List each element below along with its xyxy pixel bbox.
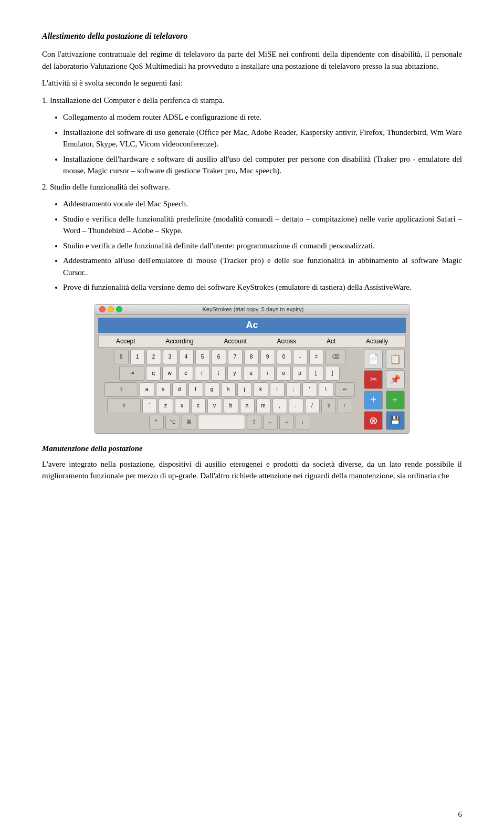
key-right-arrow: →: [279, 415, 294, 429]
keyboard-main: § 1 2 3 4 5 6 7 8 9 0 - =: [98, 350, 406, 430]
key-d: d: [172, 382, 187, 397]
key-9: 9: [260, 350, 275, 364]
word-suggestion-2: Account: [222, 337, 248, 345]
key-f: f: [188, 382, 203, 397]
maintenance-title: Manutenzione della postazione: [42, 444, 462, 453]
key-space: [198, 415, 245, 429]
key-0: 0: [277, 350, 291, 364]
maximize-button-icon: [116, 306, 122, 312]
key-slash: /: [305, 398, 320, 413]
key-i: i: [260, 366, 275, 381]
key-bracket-open: [: [309, 366, 323, 381]
key-shift-up-icon: ⇧: [321, 398, 336, 413]
key-down-arrow: ↓: [296, 415, 310, 429]
list-item-1: 1. Installazione del Computer e della pe…: [42, 94, 462, 177]
keyboard-area: Ac Accept According Account Across Act A…: [95, 314, 409, 433]
key-a: a: [140, 382, 154, 397]
key-u: u: [244, 366, 258, 381]
word-suggestion-3: Across: [275, 337, 299, 345]
key-backtick: `: [142, 398, 157, 413]
key-2: 2: [146, 350, 161, 364]
bullet-item: Addestramento vocale del Mac Speech.: [63, 198, 462, 210]
intro-paragraph: Con l'attivazione contrattuale del regim…: [42, 48, 462, 72]
icon-save: 💾: [386, 411, 405, 430]
key-s: s: [156, 382, 171, 397]
key-capslock: ⇪: [104, 382, 138, 397]
key-c: c: [191, 398, 206, 413]
item-1-text: Installazione del Computer e della perif…: [50, 96, 224, 104]
right-icon-panel: 📄 📋 ✂ 📌 + + ⊗ 💾: [364, 350, 406, 430]
key-x: x: [175, 398, 190, 413]
item-2-text: Studio delle funzionalità dei software.: [50, 183, 170, 191]
bullet-item: Addestramento all'uso dell'emulatore di …: [63, 255, 462, 278]
key-equals: =: [309, 350, 324, 364]
item-2-label: 2. Studio delle funzionalità dei softwar…: [42, 181, 462, 193]
maintenance-text: L'avere integrato nella postazione, disp…: [42, 458, 462, 482]
minimize-button-icon: [108, 306, 114, 312]
key-alt: ⌥: [165, 415, 180, 429]
key-fn: ^: [149, 415, 164, 429]
prediction-char: Ac: [246, 320, 258, 331]
key-j: j: [237, 382, 252, 397]
bullet-item: Installazione del software di uso genera…: [63, 127, 462, 150]
number-row: § 1 2 3 4 5 6 7 8 9 0 - =: [98, 350, 361, 364]
bottom-row: ^ ⌥ ⌘ ⇧ ← → ↓: [98, 415, 361, 429]
close-button-icon: [99, 306, 106, 312]
key-tab: ⇥: [119, 366, 144, 381]
item-1-bullets: Collegamento al modem router ADSL e conf…: [63, 111, 462, 177]
word-suggestions-bar: Accept According Account Across Act Actu…: [98, 335, 406, 348]
bullet-item: Studio e verifica delle funzionalità def…: [63, 240, 462, 252]
item-2-number: 2.: [42, 183, 48, 191]
zxcv-row: ⇧ ` z x c v b n m , . / ⇧: [98, 398, 361, 413]
key-comma: ,: [272, 398, 287, 413]
bullet-item: Prove di funzionalità della versione dem…: [63, 281, 462, 293]
screenshot-titlebar: KeyStrokes (trial copy, 5 days to expiry…: [95, 304, 409, 314]
key-enter: ↵: [335, 382, 355, 397]
key-p: p: [292, 366, 307, 381]
list-item-2: 2. Studio delle funzionalità dei softwar…: [42, 181, 462, 293]
key-m: m: [256, 398, 271, 413]
key-g: g: [205, 382, 219, 397]
key-n: n: [240, 398, 255, 413]
window-title: KeyStrokes (trial copy, 5 days to expiry…: [122, 306, 384, 312]
bullet-item: Installazione dell'hardware e software d…: [63, 153, 462, 177]
key-arrow-up: ↑: [338, 398, 352, 413]
word-suggestion-5: Actually: [364, 337, 390, 345]
key-period: .: [289, 398, 303, 413]
qwerty-row: ⇥ q w e r t y u i o p [ ]: [98, 366, 361, 381]
key-quote: ': [302, 382, 317, 397]
activities-intro: L'attività si è svolta secondo le seguen…: [42, 77, 462, 89]
icon-green: +: [386, 391, 405, 410]
key-backspace: ⌫: [326, 350, 345, 364]
key-y: y: [227, 366, 242, 381]
key-e: e: [178, 366, 193, 381]
key-h: h: [221, 382, 236, 397]
icon-delete: ⊗: [364, 411, 383, 430]
key-l: l: [270, 382, 285, 397]
key-bracket-close: ]: [325, 366, 340, 381]
page-number: 6: [458, 810, 463, 819]
key-k: k: [254, 382, 268, 397]
keyboard-rows: § 1 2 3 4 5 6 7 8 9 0 - =: [98, 350, 361, 429]
icon-document: 📄: [364, 350, 383, 369]
key-6: 6: [212, 350, 226, 364]
icon-paste: 📌: [386, 370, 405, 389]
screenshot-window: KeyStrokes (trial copy, 5 days to expiry…: [94, 304, 410, 434]
prediction-bar: Ac: [98, 318, 406, 333]
keyboard-left: § 1 2 3 4 5 6 7 8 9 0 - =: [98, 350, 361, 430]
key-backslash: \: [319, 382, 333, 397]
key-o: o: [276, 366, 291, 381]
key-b: b: [224, 398, 238, 413]
key-z: z: [159, 398, 173, 413]
key-7: 7: [228, 350, 243, 364]
key-w: w: [162, 366, 177, 381]
bullet-item: Studio e verifica delle funzionalità pre…: [63, 213, 462, 237]
key-4: 4: [179, 350, 194, 364]
key-8: 8: [244, 350, 259, 364]
key-semicolon: ;: [286, 382, 301, 397]
key-section: §: [114, 350, 129, 364]
icon-add: +: [364, 391, 383, 410]
key-5: 5: [195, 350, 210, 364]
key-shift-left: ⇧: [107, 398, 141, 413]
page-title: Allestimento della postazione di telelav…: [42, 32, 462, 41]
